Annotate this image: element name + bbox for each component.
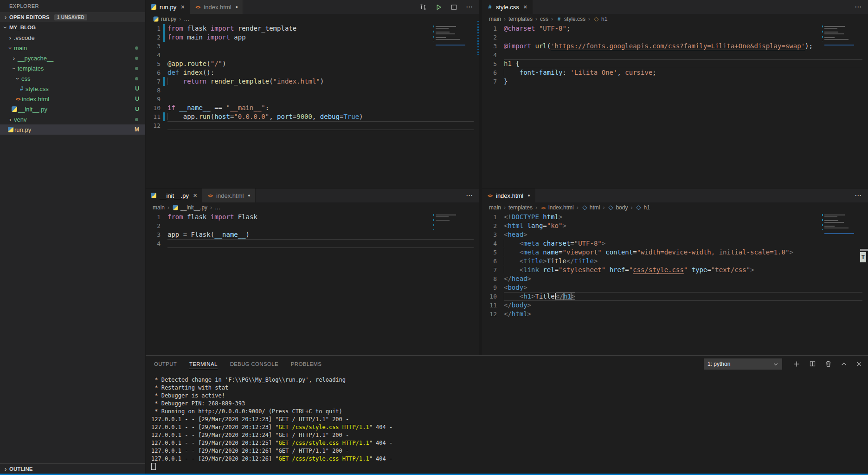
open-editors-header[interactable]: › OPEN EDITORS 1 UNSAVED [0, 12, 145, 22]
breadcrumb-item[interactable]: h1 [593, 16, 607, 22]
code-line-4[interactable]: 4 [482, 51, 868, 59]
code-line-1[interactable]: 1@charset "UTF-8"; [482, 24, 868, 33]
panel-tab-debug-console[interactable]: DEBUG CONSOLE [230, 356, 278, 372]
breadcrumb-item[interactable]: <>index.html [540, 204, 574, 211]
code-line-12[interactable]: 12 [146, 121, 479, 130]
tree-item-index.html[interactable]: <>index.htmlU [0, 94, 145, 104]
breadcrumb-item[interactable]: run.py [153, 16, 176, 22]
code-line-3[interactable]: 3app = Flask(__name__) [146, 230, 479, 239]
breadcrumbs[interactable]: main›templates›css›#style.css›h1 [482, 14, 868, 24]
breadcrumb-item[interactable]: … [215, 204, 220, 211]
tree-item-templates[interactable]: ›templates [0, 63, 145, 73]
breadcrumbs[interactable]: main›__init__.py›… [146, 202, 479, 213]
tab-style.css[interactable]: #style.css✕ [482, 0, 533, 14]
breadcrumb-item[interactable]: #style.css [556, 16, 585, 22]
tree-item--init-.py[interactable]: __init__.pyU [0, 104, 145, 114]
close-icon[interactable]: ✕ [523, 4, 527, 10]
tree-item-venv[interactable]: ›venv [0, 114, 145, 124]
code-line-9[interactable]: 9 [146, 95, 479, 104]
panel-tab-output[interactable]: OUTPUT [154, 356, 177, 372]
outline-section-header[interactable]: › OUTLINE [0, 463, 145, 474]
tree-item-main[interactable]: ›main [0, 43, 145, 53]
project-root-header[interactable]: › MY_BLOG [0, 22, 145, 33]
code-line-8[interactable]: 8</head> [482, 274, 868, 283]
breadcrumb-item[interactable]: css [540, 16, 548, 22]
breadcrumb-item[interactable]: main [153, 204, 165, 211]
open-changes-button[interactable] [419, 3, 427, 11]
code-line-11[interactable]: 11 app.run(host="0.0.0.0", port=9000, de… [146, 112, 479, 121]
kill-terminal-button[interactable] [825, 360, 832, 367]
tree-item-.vscode[interactable]: ›.vscode [0, 33, 145, 43]
maximize-panel-button[interactable] [841, 361, 847, 367]
code-line-1[interactable]: 1from flask import render_template [146, 24, 479, 33]
minimap[interactable] [824, 26, 862, 50]
code-line-5[interactable]: 5 <meta name="viewport" content="width=d… [482, 248, 868, 257]
close-icon[interactable]: ✕ [193, 193, 197, 199]
close-panel-button[interactable] [856, 361, 862, 367]
breadcrumb-item[interactable]: __init__.py [172, 204, 207, 211]
minimap[interactable] [436, 214, 473, 221]
code-line-1[interactable]: 1<!DOCTYPE html> [482, 213, 868, 221]
code-line-5[interactable]: 5h1 { [482, 59, 868, 68]
panel-tab-problems[interactable]: PROBLEMS [291, 356, 321, 372]
terminal-output[interactable]: * Detected change in 'F:\\PG\\My_Blog\\r… [146, 372, 868, 471]
code-line-4[interactable]: 4 [146, 51, 479, 59]
code-line-2[interactable]: 2 [482, 33, 868, 42]
breadcrumb-item[interactable]: templates [508, 16, 533, 22]
code-line-10[interactable]: 10if __name__ == "__main__": [146, 104, 479, 112]
code-line-10[interactable]: 10 <h1>Title</h1> [482, 292, 868, 301]
code-line-3[interactable]: 3@import url('https://fonts.googleapis.c… [482, 42, 868, 51]
breadcrumb-item[interactable]: templates [508, 204, 533, 211]
breadcrumbs[interactable]: main›templates›<>index.html›html›body›h1 [482, 202, 868, 213]
more-actions-button[interactable]: ⋯ [855, 193, 862, 198]
code-line-3[interactable]: 3<head> [482, 230, 868, 239]
code-line-6[interactable]: 6 <title>Title</title> [482, 257, 868, 266]
tab-index.html[interactable]: <>index.html● [482, 189, 535, 202]
code-line-2[interactable]: 2from main import app [146, 33, 479, 42]
tab--init-.py[interactable]: __init__.py✕ [146, 189, 202, 202]
code-line-4[interactable]: 4 [146, 239, 479, 248]
minimap[interactable] [436, 26, 473, 50]
tab-run.py[interactable]: run.py✕ [146, 0, 190, 14]
breadcrumb-item[interactable]: html [581, 204, 600, 211]
more-actions-button[interactable]: ⋯ [466, 193, 473, 198]
dirty-indicator-icon[interactable]: ● [236, 5, 238, 9]
code-line-6[interactable]: 6 font-family: 'Lilita One', cursive; [482, 68, 868, 77]
editor-group-divider[interactable] [479, 0, 482, 355]
tree-item-css[interactable]: ›css [0, 73, 145, 84]
code-line-1[interactable]: 1from flask import Flask [146, 213, 479, 221]
new-terminal-button[interactable] [793, 360, 800, 368]
code-line-9[interactable]: 9<body> [482, 283, 868, 292]
breadcrumb-item[interactable]: h1 [635, 204, 649, 211]
breadcrumb-item[interactable]: body [607, 204, 628, 211]
code-line-2[interactable]: 2<html lang="ko"> [482, 221, 868, 230]
split-editor-button[interactable] [450, 4, 457, 11]
code-line-6[interactable]: 6def index(): [146, 68, 479, 77]
minimap[interactable] [824, 214, 862, 238]
code-line-2[interactable]: 2 [146, 221, 479, 230]
code-line-7[interactable]: 7 return render_template("index.html") [146, 77, 479, 86]
breadcrumb-item[interactable]: … [184, 16, 189, 22]
more-actions-button[interactable]: ⋯ [466, 5, 473, 9]
more-actions-button[interactable]: ⋯ [855, 5, 862, 9]
code-editor-init-py[interactable]: 1from flask import Flask23app = Flask(__… [146, 213, 479, 248]
run-python-file-button[interactable] [435, 4, 442, 11]
breadcrumb-item[interactable]: main [489, 204, 501, 211]
code-editor-run-py[interactable]: 1from flask import render_template2from … [146, 24, 479, 130]
code-editor-style-css[interactable]: 1@charset "UTF-8";23@import url('https:/… [482, 24, 868, 86]
close-icon[interactable]: ✕ [180, 4, 185, 10]
tree-item-style.css[interactable]: #style.cssU [0, 84, 145, 94]
tab-index.html[interactable]: <>index.html● [190, 0, 243, 14]
panel-tab-terminal[interactable]: TERMINAL [189, 356, 218, 372]
code-line-4[interactable]: 4 <meta charset="UTF-8"> [482, 239, 868, 248]
code-line-7[interactable]: 7 <link rel="stylesheet" href="css/style… [482, 266, 868, 274]
code-line-7[interactable]: 7} [482, 77, 868, 86]
tree-item--pycache-[interactable]: ›__pycache__ [0, 53, 145, 63]
tab-index.html[interactable]: <>index.html● [202, 189, 256, 202]
code-line-12[interactable]: 12</html> [482, 310, 868, 319]
code-line-11[interactable]: 11</body> [482, 301, 868, 310]
code-line-8[interactable]: 8 [146, 86, 479, 95]
code-line-5[interactable]: 5@app.route("/") [146, 59, 479, 68]
split-terminal-button[interactable] [809, 360, 816, 367]
code-editor-index-html[interactable]: 1<!DOCTYPE html>2<html lang="ko">3<head>… [482, 213, 868, 319]
